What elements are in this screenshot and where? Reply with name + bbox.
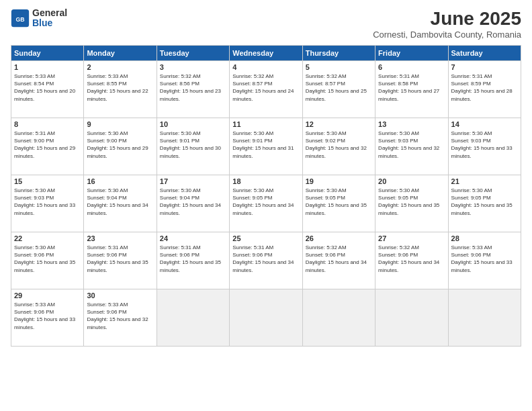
day-info: Sunrise: 5:33 AM Sunset: 9:06 PM Dayligh… — [451, 244, 518, 274]
empty-cell — [375, 289, 448, 347]
day-cell: 17 Sunrise: 5:30 AM Sunset: 9:04 PM Dayl… — [157, 175, 229, 232]
day-cell: 20 Sunrise: 5:30 AM Sunset: 9:05 PM Dayl… — [375, 175, 448, 232]
day-cell: 10 Sunrise: 5:30 AM Sunset: 9:01 PM Dayl… — [157, 118, 229, 175]
empty-cell — [230, 289, 302, 347]
logo-blue-text: Blue — [32, 18, 67, 28]
day-number: 22 — [14, 234, 81, 242]
day-cell: 25 Sunrise: 5:31 AM Sunset: 9:06 PM Dayl… — [230, 232, 302, 289]
header-wednesday: Wednesday — [230, 46, 302, 61]
day-info: Sunrise: 5:30 AM Sunset: 9:04 PM Dayligh… — [160, 187, 226, 217]
day-cell: 18 Sunrise: 5:30 AM Sunset: 9:05 PM Dayl… — [230, 175, 302, 232]
day-info: Sunrise: 5:30 AM Sunset: 9:03 PM Dayligh… — [378, 130, 445, 160]
calendar-row: 8 Sunrise: 5:31 AM Sunset: 9:00 PM Dayli… — [11, 118, 521, 175]
location: Cornesti, Dambovita County, Romania — [373, 30, 521, 40]
calendar-row: 22 Sunrise: 5:30 AM Sunset: 9:06 PM Dayl… — [11, 232, 521, 289]
day-number: 23 — [87, 234, 153, 242]
day-cell: 21 Sunrise: 5:30 AM Sunset: 9:05 PM Dayl… — [448, 175, 521, 232]
day-cell: 27 Sunrise: 5:32 AM Sunset: 9:06 PM Dayl… — [375, 232, 448, 289]
calendar-row: 29 Sunrise: 5:33 AM Sunset: 9:06 PM Dayl… — [11, 289, 521, 347]
day-number: 25 — [232, 234, 299, 242]
day-info: Sunrise: 5:30 AM Sunset: 9:05 PM Dayligh… — [232, 187, 299, 217]
day-number: 19 — [306, 177, 372, 185]
day-number: 28 — [451, 234, 518, 242]
calendar: Sunday Monday Tuesday Wednesday Thursday… — [11, 45, 521, 347]
day-info: Sunrise: 5:31 AM Sunset: 9:06 PM Dayligh… — [160, 244, 226, 274]
day-cell: 5 Sunrise: 5:32 AM Sunset: 8:57 PM Dayli… — [302, 61, 375, 118]
day-number: 30 — [87, 291, 153, 300]
day-info: Sunrise: 5:33 AM Sunset: 8:55 PM Dayligh… — [87, 73, 153, 103]
header-monday: Monday — [84, 46, 157, 61]
day-info: Sunrise: 5:31 AM Sunset: 9:06 PM Dayligh… — [232, 244, 299, 274]
logo-text: General Blue — [32, 8, 67, 29]
day-number: 20 — [378, 177, 445, 185]
day-cell: 14 Sunrise: 5:30 AM Sunset: 9:03 PM Dayl… — [448, 118, 521, 175]
day-cell: 9 Sunrise: 5:30 AM Sunset: 9:00 PM Dayli… — [84, 118, 157, 175]
empty-cell — [157, 289, 229, 347]
header-saturday: Saturday — [448, 46, 521, 61]
day-number: 9 — [87, 120, 153, 128]
day-number: 27 — [378, 234, 445, 242]
empty-cell — [448, 289, 521, 347]
day-number: 13 — [378, 120, 445, 128]
month-title: June 2025 — [373, 8, 521, 30]
day-number: 24 — [160, 234, 226, 242]
day-info: Sunrise: 5:30 AM Sunset: 9:01 PM Dayligh… — [160, 130, 226, 160]
day-info: Sunrise: 5:33 AM Sunset: 9:06 PM Dayligh… — [87, 301, 153, 331]
day-info: Sunrise: 5:32 AM Sunset: 8:56 PM Dayligh… — [160, 73, 226, 103]
day-number: 10 — [160, 120, 226, 128]
day-info: Sunrise: 5:32 AM Sunset: 9:06 PM Dayligh… — [306, 244, 372, 274]
day-number: 29 — [14, 291, 81, 300]
day-cell: 28 Sunrise: 5:33 AM Sunset: 9:06 PM Dayl… — [448, 232, 521, 289]
header: GB General Blue June 2025 Cornesti, Damb… — [11, 8, 521, 40]
header-tuesday: Tuesday — [157, 46, 229, 61]
day-cell: 22 Sunrise: 5:30 AM Sunset: 9:06 PM Dayl… — [11, 232, 84, 289]
day-cell: 12 Sunrise: 5:30 AM Sunset: 9:02 PM Dayl… — [302, 118, 375, 175]
day-cell: 13 Sunrise: 5:30 AM Sunset: 9:03 PM Dayl… — [375, 118, 448, 175]
title-section: June 2025 Cornesti, Dambovita County, Ro… — [373, 8, 521, 40]
header-friday: Friday — [375, 46, 448, 61]
day-cell: 15 Sunrise: 5:30 AM Sunset: 9:03 PM Dayl… — [11, 175, 84, 232]
day-number: 1 — [14, 63, 81, 71]
day-cell: 7 Sunrise: 5:31 AM Sunset: 8:59 PM Dayli… — [448, 61, 521, 118]
day-cell: 19 Sunrise: 5:30 AM Sunset: 9:05 PM Dayl… — [302, 175, 375, 232]
logo: GB General Blue — [11, 8, 67, 29]
day-info: Sunrise: 5:30 AM Sunset: 9:02 PM Dayligh… — [306, 130, 372, 160]
logo-general-text: General — [32, 8, 67, 18]
day-info: Sunrise: 5:30 AM Sunset: 9:05 PM Dayligh… — [378, 187, 445, 217]
day-number: 11 — [232, 120, 299, 128]
day-number: 7 — [451, 63, 518, 71]
day-number: 12 — [306, 120, 372, 128]
day-number: 3 — [160, 63, 226, 71]
empty-cell — [302, 289, 375, 347]
day-cell: 30 Sunrise: 5:33 AM Sunset: 9:06 PM Dayl… — [84, 289, 157, 347]
day-cell: 4 Sunrise: 5:32 AM Sunset: 8:57 PM Dayli… — [230, 61, 302, 118]
day-info: Sunrise: 5:30 AM Sunset: 9:01 PM Dayligh… — [232, 130, 299, 160]
day-number: 6 — [378, 63, 445, 71]
day-cell: 8 Sunrise: 5:31 AM Sunset: 9:00 PM Dayli… — [11, 118, 84, 175]
day-cell: 6 Sunrise: 5:31 AM Sunset: 8:58 PM Dayli… — [375, 61, 448, 118]
day-cell: 16 Sunrise: 5:30 AM Sunset: 9:04 PM Dayl… — [84, 175, 157, 232]
day-info: Sunrise: 5:31 AM Sunset: 8:59 PM Dayligh… — [451, 73, 518, 103]
logo-icon: GB — [11, 9, 30, 28]
day-info: Sunrise: 5:31 AM Sunset: 8:58 PM Dayligh… — [378, 73, 445, 103]
day-info: Sunrise: 5:32 AM Sunset: 8:57 PM Dayligh… — [232, 73, 299, 103]
day-info: Sunrise: 5:33 AM Sunset: 9:06 PM Dayligh… — [14, 301, 81, 331]
header-thursday: Thursday — [302, 46, 375, 61]
day-info: Sunrise: 5:33 AM Sunset: 8:54 PM Dayligh… — [14, 73, 81, 103]
day-number: 8 — [14, 120, 81, 128]
day-info: Sunrise: 5:31 AM Sunset: 9:06 PM Dayligh… — [87, 244, 153, 274]
page: GB General Blue June 2025 Cornesti, Damb… — [0, 0, 532, 411]
day-info: Sunrise: 5:30 AM Sunset: 9:06 PM Dayligh… — [14, 244, 81, 274]
day-number: 21 — [451, 177, 518, 185]
day-cell: 1 Sunrise: 5:33 AM Sunset: 8:54 PM Dayli… — [11, 61, 84, 118]
calendar-row: 1 Sunrise: 5:33 AM Sunset: 8:54 PM Dayli… — [11, 61, 521, 118]
day-number: 18 — [232, 177, 299, 185]
day-info: Sunrise: 5:32 AM Sunset: 8:57 PM Dayligh… — [306, 73, 372, 103]
day-number: 14 — [451, 120, 518, 128]
header-sunday: Sunday — [11, 46, 84, 61]
day-info: Sunrise: 5:30 AM Sunset: 9:05 PM Dayligh… — [306, 187, 372, 217]
day-info: Sunrise: 5:30 AM Sunset: 9:05 PM Dayligh… — [451, 187, 518, 217]
day-cell: 26 Sunrise: 5:32 AM Sunset: 9:06 PM Dayl… — [302, 232, 375, 289]
day-number: 5 — [306, 63, 372, 71]
day-number: 4 — [232, 63, 299, 71]
